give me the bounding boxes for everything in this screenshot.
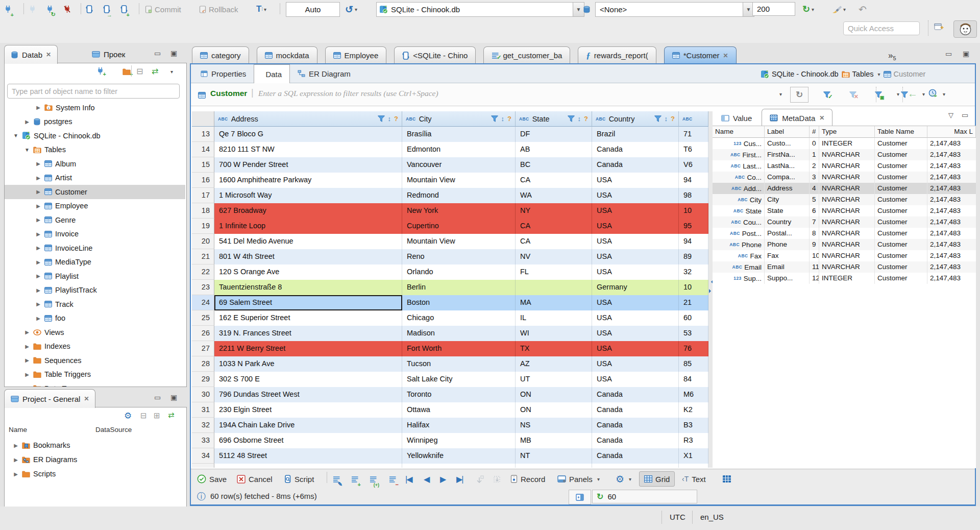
collapse-all-icon[interactable]: ⊟ [140, 411, 147, 420]
editor-tab-sqlite-chino[interactable]: <SQLite - Chino [394, 46, 476, 64]
row-number[interactable]: 21 [192, 249, 214, 264]
tree-item-indexes[interactable]: ▶ Indexes [5, 340, 185, 354]
expand-arrow-icon[interactable]: ▶ [35, 189, 41, 195]
format-button[interactable]: ▾ [832, 3, 846, 16]
md-max-length[interactable]: 2,147,483 [927, 172, 976, 183]
sort-icon[interactable]: ↕ [578, 115, 581, 123]
cell-postalcode[interactable]: V6 [679, 157, 708, 173]
cell-address[interactable]: Qe 7 Bloco G [214, 127, 402, 142]
column-filter-icon[interactable] [568, 115, 575, 122]
md-label[interactable]: Country [765, 216, 810, 228]
apply-filter-icon[interactable]: ✓ [823, 91, 830, 98]
md-table[interactable]: Customer [875, 239, 927, 250]
dropdown-icon[interactable]: ▼ [573, 3, 584, 16]
md-type[interactable]: NVARCHAR [819, 172, 875, 183]
cell-state[interactable]: CA [516, 219, 592, 234]
cell-country[interactable]: Canada [592, 448, 679, 464]
row-number[interactable]: 29 [192, 372, 214, 387]
cell-address[interactable]: 230 Elgin Street [214, 402, 402, 418]
connect-icon[interactable] [29, 3, 36, 16]
editor-tab-mockdata[interactable]: mockdata [257, 46, 317, 64]
table-row[interactable]: 21 801 W 4th StreetRenoNVUSA89 [192, 249, 708, 264]
cell-address[interactable]: 1600 Amphitheatre Parkway [214, 173, 402, 188]
cell-city[interactable]: Halifax [402, 418, 516, 433]
previous-row-icon[interactable]: ◀ [424, 472, 430, 486]
cell-state[interactable]: WI [516, 326, 592, 341]
breadcrumb-item-sqlite-chinook-db[interactable]: SQLite - Chinook.db [761, 70, 839, 79]
link-with-editor-icon[interactable]: ⇄ [168, 411, 175, 420]
cell-postalcode[interactable]: 95 [679, 219, 708, 234]
next-row-icon[interactable]: ▶ [440, 472, 446, 486]
row-number[interactable]: 22 [192, 264, 214, 280]
cell-city[interactable]: Redmond [402, 188, 516, 203]
expand-arrow-icon[interactable]: ▶ [35, 273, 41, 279]
cell-city[interactable]: Vancouver [402, 157, 516, 173]
editor-tab-customer[interactable]: *Customer ✕ [664, 46, 737, 64]
metadata-row-email[interactable]: ABCEmail Email 11 NVARCHAR Customer 2,14… [713, 261, 976, 273]
md-label[interactable]: LastNa... [765, 160, 810, 172]
close-icon[interactable]: ✕ [723, 52, 728, 59]
cell-address[interactable]: 120 S Orange Ave [214, 264, 402, 280]
panel-menu-icon[interactable]: ▽ [948, 111, 953, 119]
expand-arrow-icon[interactable]: ▶ [35, 231, 41, 237]
clear-filter-icon[interactable]: ✕ [849, 91, 856, 98]
cell-country[interactable]: Brazil [592, 127, 679, 142]
tree-item-table-triggers[interactable]: ▶ Table Triggers [5, 368, 185, 382]
md-table[interactable]: Customer [875, 138, 927, 149]
panels-button[interactable]: Panels ▾ [557, 472, 600, 486]
cell-city[interactable]: Tucson [402, 356, 516, 372]
reconnect-icon[interactable]: ↻ [46, 3, 54, 16]
cell-country[interactable]: USA [592, 219, 679, 234]
cell-postalcode[interactable]: 53 [679, 326, 708, 341]
table-row[interactable]: 16 1600 Amphitheatre ParkwayMountain Vie… [192, 173, 708, 188]
md-ordinal[interactable]: 12 [810, 273, 819, 284]
md-type[interactable]: NVARCHAR [819, 216, 875, 228]
cell-country[interactable]: Canada [592, 418, 679, 433]
last-row-icon[interactable]: ▶| [456, 472, 462, 486]
md-table[interactable]: Customer [875, 261, 927, 273]
switch-presentation-icon[interactable] [723, 472, 731, 486]
cell-address[interactable]: 1 Microsoft Way [214, 188, 402, 203]
metadata-row-address[interactable]: ABCAdd... Address 4 NVARCHAR Customer 2,… [713, 183, 976, 194]
cell-address[interactable]: 627 Broadway [214, 203, 402, 219]
metadata-row-phone[interactable]: ABCPhone Phone 9 NVARCHAR Customer 2,147… [713, 239, 976, 250]
minimize-icon[interactable]: ▭ [154, 393, 161, 401]
collapse-arrow-icon[interactable]: ▼ [13, 133, 19, 138]
table-row[interactable]: 17 1 Microsoft WayRedmondWAUSA98 [192, 188, 708, 203]
md-name[interactable]: ABCEmail [713, 261, 765, 273]
cell-country[interactable]: Canada [592, 402, 679, 418]
cell-postalcode[interactable]: 60 [679, 310, 708, 326]
md-max-length[interactable]: 2,147,483 [927, 273, 976, 284]
cell-city[interactable]: Fort Worth [402, 341, 516, 356]
table-row[interactable]: 18 627 BroadwayNew YorkNYUSA10 [192, 203, 708, 219]
row-number[interactable]: 16 [192, 173, 214, 188]
row-number[interactable]: 31 [192, 402, 214, 418]
expand-all-icon[interactable]: ⊞ [154, 411, 160, 420]
transaction-mode-button[interactable]: T⁞ ▾ [256, 3, 266, 16]
md-name[interactable]: ABCPost... [713, 228, 765, 239]
table-row[interactable]: 30 796 Dundas Street WestTorontoONCanada… [192, 387, 708, 402]
column-header-state[interactable]: ABC State ↕? [516, 111, 592, 127]
link-with-editor-icon[interactable]: ⇄ [152, 66, 158, 76]
tree-item-sqlite-chinook-db[interactable]: ▼ SQLite - Chinook.db [5, 129, 185, 143]
row-number[interactable]: 27 [192, 341, 214, 356]
cell-address[interactable]: 1 Infinite Loop [214, 219, 402, 234]
schema-combo[interactable]: <None> ▼ [595, 2, 754, 17]
cell-postalcode[interactable]: 84 [679, 372, 708, 387]
metadata-column-label[interactable]: Label [765, 126, 810, 138]
tab-database-navigator[interactable]: Datab ✕ [4, 45, 58, 64]
new-connection-icon[interactable]: + [96, 67, 104, 75]
cell-city[interactable]: Orlando [402, 264, 516, 280]
tree-item-artist[interactable]: ▶ Artist [5, 171, 185, 185]
cell-city[interactable]: Berlin [402, 280, 516, 295]
cell-city[interactable]: Mountain View [402, 173, 516, 188]
cell-city[interactable]: Salt Lake City [402, 372, 516, 387]
md-ordinal[interactable]: 8 [810, 228, 819, 239]
cell-city[interactable]: New York [402, 203, 516, 219]
metadata-row-state[interactable]: ABCState State 6 NVARCHAR Customer 2,147… [713, 205, 976, 216]
editor-tab-category[interactable]: category [192, 46, 249, 64]
md-type[interactable]: NVARCHAR [819, 250, 875, 261]
cell-state[interactable]: NT [516, 448, 592, 464]
cell-city[interactable]: Ottawa [402, 402, 516, 418]
tab-value[interactable]: Value [714, 110, 760, 127]
